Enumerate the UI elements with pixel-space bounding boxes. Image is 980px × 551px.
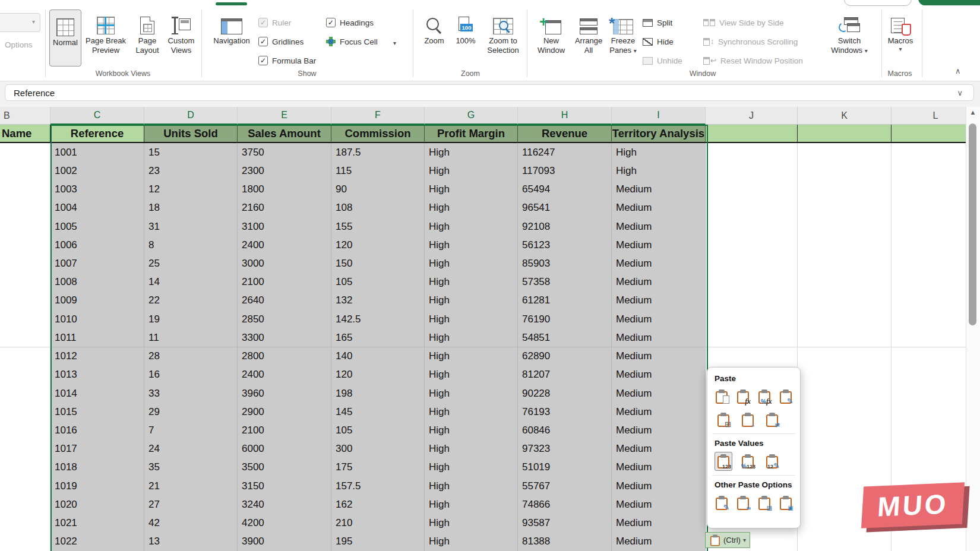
header-cell-units-sold[interactable]: Units Sold [144,125,238,143]
cell-D11[interactable]: 19 [144,310,238,329]
cell-C2[interactable]: 1001 [50,143,144,162]
cell-I15[interactable]: Medium [612,384,706,403]
cell-G3[interactable]: High [425,162,518,180]
cell-K2[interactable] [798,143,892,162]
cell-E6[interactable]: 3100 [238,217,331,236]
cell-I5[interactable]: Medium [612,199,706,218]
cell-I12[interactable]: Medium [612,328,706,347]
cell-B23[interactable] [0,533,50,551]
cell-J2[interactable] [706,143,798,162]
cell-B15[interactable] [0,384,50,403]
cell-K10[interactable] [798,292,892,311]
cell-E18[interactable]: 6000 [238,440,331,459]
cell-D20[interactable]: 21 [144,477,238,496]
paste-option-keep-source-column-widths[interactable]: ↔ [739,410,757,429]
cell-E23[interactable]: 3900 [238,533,331,551]
cell-E13[interactable]: 2800 [238,347,331,366]
cell-B2[interactable] [0,143,50,162]
cell-E15[interactable]: 3960 [238,384,331,403]
col-letter-B[interactable]: B [0,107,50,125]
cell-F8[interactable]: 150 [331,254,425,273]
col-letter-D[interactable]: D [144,107,238,125]
cell-G5[interactable]: High [425,199,518,218]
cell-G18[interactable]: High [425,440,518,459]
cell-K3[interactable] [798,162,892,180]
cell-D23[interactable]: 13 [144,533,238,551]
cell-H13[interactable]: 62890 [518,347,612,366]
cell-K6[interactable] [798,217,892,236]
cell-H20[interactable]: 55767 [518,477,612,496]
cell-C14[interactable]: 1013 [50,366,144,385]
cell-B22[interactable] [0,514,50,533]
col-letter-K[interactable]: K [798,107,892,125]
cell-B13[interactable] [0,347,50,366]
cell-H14[interactable]: 81207 [518,366,612,385]
cell-B17[interactable] [0,421,50,440]
cell-C4[interactable]: 1003 [50,180,144,199]
cell-K11[interactable] [798,310,892,329]
cell-B9[interactable] [0,273,50,292]
cell-F16[interactable]: 145 [331,403,425,422]
cell-I22[interactable]: Medium [612,514,706,533]
cell-J4[interactable] [706,180,798,199]
cell-D8[interactable]: 25 [144,254,238,273]
cell-D17[interactable]: 7 [144,421,238,440]
unhide-button[interactable]: Unhide [643,55,682,66]
header-cell-K[interactable] [798,125,892,143]
cell-I6[interactable]: Medium [612,217,706,236]
cell-G23[interactable]: High [425,533,518,551]
cell-F13[interactable]: 140 [331,347,425,366]
custom-views-button[interactable]: Custom Views [164,10,198,66]
cell-I2[interactable]: High [612,143,706,162]
cell-I14[interactable]: Medium [612,366,706,385]
cell-G16[interactable]: High [425,403,518,422]
cell-F17[interactable]: 105 [331,421,425,440]
cell-I16[interactable]: Medium [612,403,706,422]
cell-E14[interactable]: 2400 [238,366,331,385]
cell-K13[interactable] [798,347,892,366]
cell-I23[interactable]: Medium [612,533,706,551]
cell-G9[interactable]: High [425,273,518,292]
cell-K5[interactable] [798,199,892,218]
cell-G4[interactable]: High [425,180,518,199]
arrange-all-button[interactable]: Arrange All [572,10,605,66]
col-letter-C[interactable]: C [50,107,144,125]
cell-C11[interactable]: 1010 [50,310,144,329]
cell-E17[interactable]: 2100 [238,421,331,440]
cell-C21[interactable]: 1020 [50,495,144,514]
cell-D21[interactable]: 27 [144,495,238,514]
cell-F18[interactable]: 300 [331,440,425,459]
gridlines-checkbox[interactable]: ✓Gridlines [258,36,304,48]
cell-C22[interactable]: 1021 [50,514,144,533]
cell-F4[interactable]: 90 [331,180,425,199]
cell-K14[interactable] [798,366,892,385]
synchronous-scrolling-button[interactable]: ↕ Synchronous Scrolling [703,36,798,48]
cell-E10[interactable]: 2640 [238,292,331,311]
paste-option-transpose[interactable]: ⇄ [763,410,781,429]
cell-B14[interactable] [0,366,50,385]
freeze-panes-button[interactable]: * Freeze Panes ▾ [605,10,641,66]
cell-D7[interactable]: 8 [144,236,238,255]
formula-bar[interactable]: Reference ∨ [5,84,974,101]
cell-B16[interactable] [0,403,50,422]
cell-F11[interactable]: 142.5 [331,310,425,329]
header-cell-revenue[interactable]: Revenue [518,125,612,143]
cell-J3[interactable] [706,162,798,180]
paste-option-paste[interactable] [715,387,729,406]
cell-E12[interactable]: 3300 [238,328,331,347]
paste-option-values-and-source-formatting[interactable]: 12✎ [763,452,781,471]
cell-D4[interactable]: 12 [144,180,238,199]
cell-E19[interactable]: 3500 [238,458,331,477]
cell-C19[interactable]: 1018 [50,458,144,477]
paste-option-keep-source-formatting[interactable]: ✎ [778,387,793,406]
cell-E21[interactable]: 3240 [238,495,331,514]
cell-G21[interactable]: High [425,495,518,514]
view-side-by-side-button[interactable]: View Side by Side [703,17,784,28]
paste-option-picture[interactable]: ▨ [757,493,772,512]
cell-J11[interactable] [706,310,798,329]
split-button[interactable]: Split [643,17,672,28]
cell-G10[interactable]: High [425,292,518,311]
share-button-partial[interactable] [918,0,980,5]
cell-H19[interactable]: 51019 [518,458,612,477]
cell-B4[interactable] [0,180,50,199]
